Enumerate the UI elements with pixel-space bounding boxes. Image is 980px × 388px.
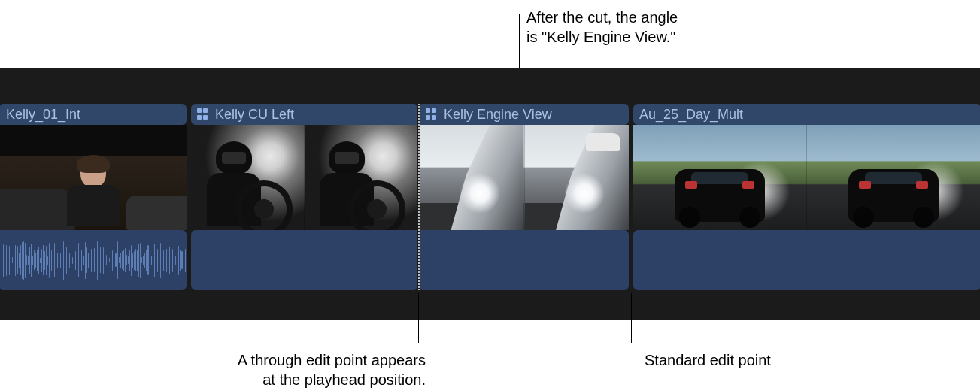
annotation-standard-edit: Standard edit point xyxy=(645,350,771,370)
clip-header: Kelly CU Left xyxy=(191,104,417,125)
clip-thumbnails xyxy=(420,125,629,230)
annotation-top: After the cut, the angle is "Kelly Engin… xyxy=(526,8,678,47)
clip-audio-lane xyxy=(633,230,980,290)
clip-kelly-01-int[interactable]: Kelly_01_Int xyxy=(0,104,187,290)
clip-header: Au_25_Day_Mult xyxy=(633,104,980,125)
clip-title: Kelly Engine View xyxy=(444,104,552,125)
thumbnail xyxy=(191,125,304,230)
thumbnail xyxy=(304,125,417,230)
clip-title: Au_25_Day_Mult xyxy=(639,104,743,125)
clip-kelly-cu-left[interactable]: Kelly CU Left xyxy=(191,104,417,290)
clip-header: Kelly_01_Int xyxy=(0,104,187,125)
callout-line-through-edit xyxy=(418,293,419,343)
audio-waveform xyxy=(0,230,187,290)
thumbnail xyxy=(806,125,980,230)
clip-audio-lane xyxy=(420,230,629,290)
clip-thumbnails xyxy=(0,125,187,230)
clip-audio-lane xyxy=(0,230,187,290)
clip-header: Kelly Engine View xyxy=(420,104,629,125)
multicam-icon xyxy=(426,108,438,120)
thumbnail xyxy=(633,125,806,230)
clip-thumbnails xyxy=(633,125,980,230)
annotation-through-edit: A through edit point appears at the play… xyxy=(140,350,426,388)
callout-line-standard-edit xyxy=(631,293,632,343)
clip-kelly-engine-view[interactable]: Kelly Engine View xyxy=(420,104,629,290)
clip-title: Kelly CU Left xyxy=(215,104,294,125)
figure-canvas: After the cut, the angle is "Kelly Engin… xyxy=(0,0,980,388)
clip-audio-lane xyxy=(191,230,417,290)
clip-thumbnails xyxy=(191,125,417,230)
clip-title: Kelly_01_Int xyxy=(6,104,80,125)
timeline[interactable]: Kelly_01_Int Kelly CU Left xyxy=(0,68,980,320)
thumbnail xyxy=(524,125,630,230)
clip-au-25-day-mult[interactable]: Au_25_Day_Mult xyxy=(633,104,980,290)
multicam-icon xyxy=(197,108,209,120)
thumbnail xyxy=(420,125,524,230)
thumbnail xyxy=(0,125,187,230)
